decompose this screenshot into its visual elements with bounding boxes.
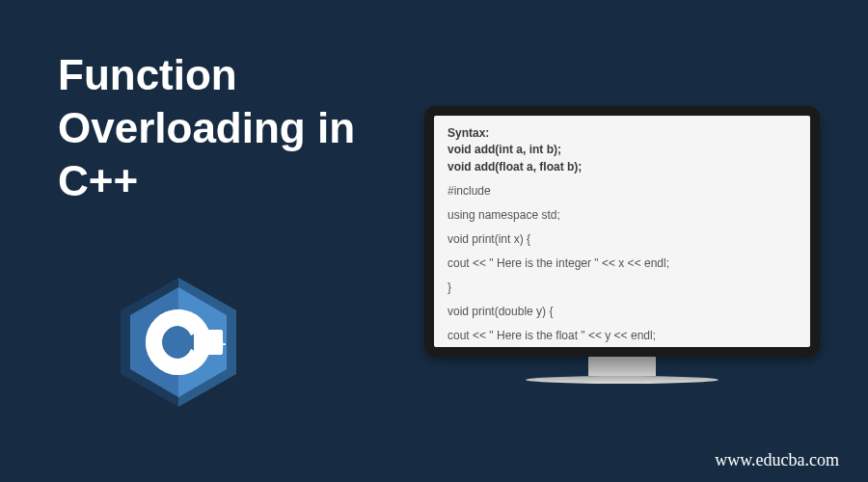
monitor-screen: Syntax: void add(int a, int b); void add… [434,116,810,347]
syntax-line-1: void add(int a, int b); [448,142,797,158]
monitor-foot [526,376,719,384]
code-line-2: using namespace std; [448,206,797,224]
website-url: www.educba.com [715,450,839,470]
page-title: Function Overloading in C++ [58,48,355,207]
code-line-5: } [448,279,797,296]
title-line-3: C++ [58,154,355,207]
code-line-6: void print(double y) { [448,303,797,320]
code-line-3: void print(int x) { [448,230,797,248]
code-line-4: cout << " Here is the integer " << x << … [448,254,797,272]
cpp-logo: ++ [106,270,251,415]
title-line-2: Overloading in [58,101,355,154]
title-line-1: Function [58,48,355,101]
svg-text:++: ++ [210,336,226,352]
code-line-1: #include [448,182,797,200]
syntax-label: Syntax: [448,125,797,142]
code-line-7: cout << " Here is the float " << y << en… [448,327,797,344]
syntax-line-2: void add(float a, float b); [448,159,797,175]
monitor-frame: Syntax: void add(int a, int b); void add… [424,106,820,357]
monitor: Syntax: void add(int a, int b); void add… [424,106,820,395]
monitor-stand [588,357,656,376]
